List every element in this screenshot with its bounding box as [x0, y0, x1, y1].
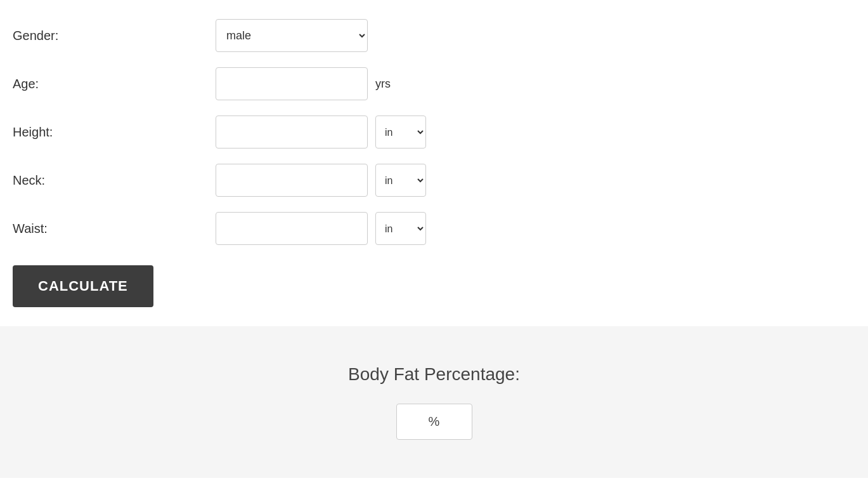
result-unit: % — [429, 414, 440, 428]
age-unit-label: yrs — [375, 77, 391, 91]
neck-unit-select[interactable]: in cm — [375, 164, 426, 197]
calculate-button[interactable]: CALCULATE — [13, 265, 153, 307]
gender-row: Gender: male female — [13, 19, 495, 52]
result-section: Body Fat Percentage: % — [0, 326, 868, 478]
neck-label: Neck: — [13, 173, 216, 188]
height-input-wrapper — [216, 116, 368, 149]
height-row: Height: in cm — [13, 116, 495, 149]
neck-row: Neck: in cm — [13, 164, 495, 197]
height-input[interactable] — [216, 116, 368, 149]
waist-unit-select[interactable]: in cm — [375, 212, 426, 245]
waist-label: Waist: — [13, 221, 216, 236]
height-label: Height: — [13, 125, 216, 140]
result-box: % — [396, 404, 472, 440]
result-title: Body Fat Percentage: — [13, 364, 855, 385]
neck-input[interactable] — [216, 164, 368, 197]
gender-select[interactable]: male female — [216, 19, 368, 52]
gender-label: Gender: — [13, 29, 216, 43]
age-row: Age: yrs — [13, 67, 495, 100]
waist-input[interactable] — [216, 212, 368, 245]
age-input[interactable] — [216, 67, 368, 100]
age-label: Age: — [13, 77, 216, 91]
height-unit-select[interactable]: in cm — [375, 116, 426, 149]
waist-row: Waist: in cm — [13, 212, 495, 245]
